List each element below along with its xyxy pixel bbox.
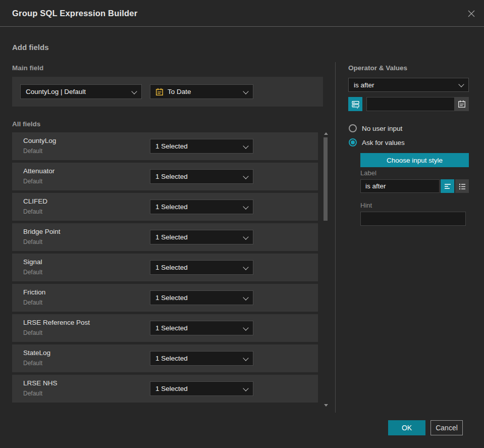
hint-field-label: Hint [360,202,372,209]
close-icon [467,10,475,18]
field-selected-dropdown-label: 1 Selected [155,173,188,180]
value-list-stack-icon [351,100,360,109]
field-row: CLIFED Default 1 Selected [12,193,318,221]
main-field-panel: CountyLog | Default To Date [12,77,323,107]
operator-dropdown-value: is after [354,81,374,89]
field-selected-dropdown[interactable]: 1 Selected [150,290,253,305]
field-name: StateLog [23,349,50,357]
field-name: LRSE NHS [23,379,58,387]
close-button[interactable] [466,8,477,19]
all-fields-list: CountyLog Default 1 Selected Attenuator … [12,132,318,405]
field-row: StateLog Default 1 Selected [12,344,318,372]
field-row: LRSE NHS Default 1 Selected [12,375,318,403]
field-selected-dropdown[interactable]: 1 Selected [150,381,253,396]
field-name: Attenuator [23,167,55,175]
main-field-label: Main field [12,64,43,72]
value-type-toggle-button[interactable] [348,97,362,111]
field-selected-dropdown-label: 1 Selected [155,294,188,302]
radio-ask-for-values-label: Ask for values [362,139,405,146]
field-selected-dropdown-label: 1 Selected [155,324,188,332]
chevron-down-icon [243,355,248,361]
main-field-dropdown-value: CountyLog | Default [26,88,86,95]
panel-divider [335,62,336,413]
field-sub: Default [23,238,42,245]
field-selected-dropdown[interactable]: 1 Selected [150,139,253,154]
radio-unselected-icon [349,124,357,132]
main-field-dropdown[interactable]: CountyLog | Default [20,84,142,99]
field-name: LRSE Reference Post [23,319,90,326]
choose-input-style-label: Choose input style [387,157,443,164]
field-type-dropdown-value: To Date [168,88,191,95]
field-name: Bridge Point [23,228,61,235]
chevron-down-icon [243,325,248,330]
field-row: Attenuator Default 1 Selected [12,163,318,190]
field-row: Signal Default 1 Selected [12,254,318,281]
field-selected-dropdown[interactable]: 1 Selected [150,200,253,214]
field-sub: Default [23,329,42,336]
group-sql-expression-builder-dialog: Group SQL Expression Builder Add fields … [0,0,484,448]
field-type-dropdown[interactable]: To Date [150,84,253,99]
list-value-style-button[interactable] [455,179,469,193]
operator-values-heading: Operator & Values [348,64,407,72]
field-name: CLIFED [23,197,47,205]
value-input[interactable] [366,97,455,111]
field-selected-dropdown[interactable]: 1 Selected [150,260,253,275]
hint-input[interactable] [360,212,466,226]
field-selected-dropdown-label: 1 Selected [155,203,188,211]
align-left-lines-icon [444,182,452,190]
field-sub: Default [23,147,42,155]
ok-button[interactable]: OK [388,420,425,435]
chevron-down-icon [131,88,137,94]
radio-ask-for-values[interactable]: Ask for values [349,138,405,146]
operator-dropdown[interactable]: is after [348,78,469,92]
chevron-down-icon [243,173,248,179]
field-selected-dropdown[interactable]: 1 Selected [150,351,253,366]
field-sub: Default [23,390,42,397]
chevron-down-icon [243,294,248,300]
field-name: Friction [23,288,45,296]
radio-no-user-input-label: No user input [362,125,402,132]
field-row: Friction Default 1 Selected [12,284,318,312]
choose-input-style-button[interactable]: Choose input style [360,153,469,167]
chevron-down-icon [458,81,464,87]
field-row: LRSE Reference Post Default 1 Selected [12,314,318,342]
single-value-style-button[interactable] [441,179,454,193]
dialog-title: Group SQL Expression Builder [12,0,137,26]
field-sub: Default [23,269,42,276]
chevron-down-icon [243,234,248,239]
scroll-up-icon[interactable] [324,132,328,135]
scroll-down-icon[interactable] [324,404,328,407]
radio-no-user-input[interactable]: No user input [349,124,402,132]
dialog-header: Group SQL Expression Builder [0,0,484,27]
field-sub: Default [23,208,42,215]
all-fields-label: All fields [12,120,40,128]
field-selected-dropdown[interactable]: 1 Selected [150,169,253,184]
field-selected-dropdown-label: 1 Selected [155,233,188,241]
list-scrollbar[interactable] [322,131,329,408]
field-name: Signal [23,258,42,266]
field-selected-dropdown[interactable]: 1 Selected [150,230,253,244]
cancel-button-label: Cancel [436,424,458,432]
field-name: CountyLog [23,137,56,144]
field-sub: Default [23,299,42,306]
chevron-down-icon [243,143,248,148]
add-fields-heading: Add fields [12,43,49,52]
cancel-button[interactable]: Cancel [431,420,463,435]
field-selected-dropdown[interactable]: 1 Selected [150,321,253,335]
label-input[interactable] [360,179,440,193]
ok-button-label: OK [402,424,412,432]
field-selected-dropdown-label: 1 Selected [155,355,188,362]
field-selected-dropdown-label: 1 Selected [155,264,188,271]
chevron-down-icon [243,385,248,391]
field-sub: Default [23,178,42,185]
bulleted-list-icon [458,182,466,190]
calendar-icon [155,88,164,96]
field-selected-dropdown-label: 1 Selected [155,385,188,392]
field-sub: Default [23,360,42,367]
chevron-down-icon [243,264,248,270]
field-selected-dropdown-label: 1 Selected [155,142,188,150]
date-picker-button[interactable] [455,97,469,111]
scrollbar-thumb[interactable] [324,137,328,221]
calendar-icon [458,100,466,108]
field-row: CountyLog Default 1 Selected [12,132,318,160]
